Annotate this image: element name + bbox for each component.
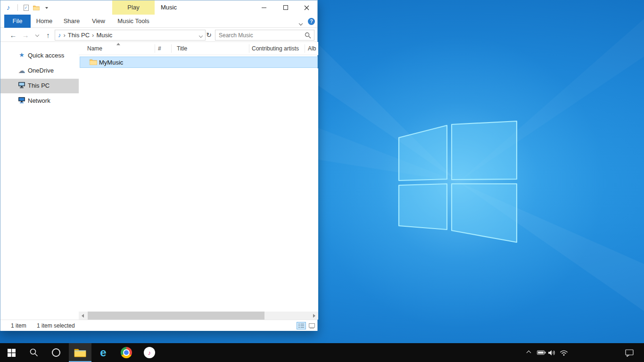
ribbon-expand-button[interactable] (299, 19, 302, 26)
status-bar: 1 item 1 item selected (0, 320, 317, 331)
back-button[interactable]: ← (8, 29, 18, 41)
minimize-button[interactable] (253, 0, 275, 15)
breadcrumb-music[interactable]: Music (96, 32, 112, 39)
tab-file[interactable]: File (4, 15, 31, 28)
help-button[interactable]: ? (308, 18, 315, 25)
chevron-down-icon (35, 33, 39, 37)
column-header-name[interactable]: Name (87, 45, 102, 52)
close-button[interactable] (296, 0, 317, 15)
search-box (215, 30, 314, 41)
forward-button[interactable]: → (20, 29, 31, 41)
sidebar-item-label: OneDrive (28, 67, 54, 74)
title-bar[interactable]: ♪ ✓ Play Music (0, 0, 317, 15)
action-center-button[interactable] (621, 343, 637, 362)
maximize-button[interactable] (275, 0, 297, 15)
navigation-bar: ← → ↑ ♪ › This PC › Music ↻ (0, 28, 317, 42)
refresh-button[interactable]: ↻ (204, 29, 214, 41)
horizontal-scrollbar[interactable] (79, 312, 318, 320)
properties-icon: ✓ (24, 5, 29, 11)
column-divider[interactable] (305, 44, 305, 53)
search-icon (30, 348, 38, 357)
taskbar-search-button[interactable] (23, 343, 45, 362)
folder-icon (33, 5, 40, 10)
taskbar-itunes-button[interactable]: ♪ (138, 343, 161, 362)
column-divider[interactable] (155, 44, 155, 53)
breadcrumb-separator: › (92, 32, 94, 39)
recent-locations-button[interactable] (33, 29, 41, 41)
column-divider[interactable] (171, 44, 172, 53)
column-header-title[interactable]: Title (177, 45, 187, 52)
file-row-mymusic[interactable]: MyMusic (80, 57, 318, 68)
folder-icon (90, 59, 97, 66)
taskbar-ie-button[interactable]: e (92, 343, 115, 362)
scroll-left-button[interactable] (79, 312, 87, 320)
column-divider[interactable] (249, 44, 249, 53)
start-button[interactable] (0, 343, 23, 362)
tray-network-icon[interactable] (558, 343, 570, 362)
breadcrumb-separator: › (64, 32, 66, 39)
scroll-right-button[interactable] (310, 312, 318, 320)
tab-view[interactable]: View (88, 15, 109, 28)
tab-share[interactable]: Share (61, 15, 83, 28)
sort-ascending-icon (116, 43, 120, 45)
sidebar-item-network[interactable]: Network (0, 94, 79, 108)
large-icons-view-icon (309, 323, 315, 329)
triangle-right-icon (313, 314, 315, 318)
sidebar-item-label: Network (28, 97, 50, 104)
tray-volume-icon[interactable] (547, 343, 557, 362)
minimize-icon (262, 8, 266, 8)
star-icon: ★ (17, 51, 26, 58)
cortana-button[interactable] (45, 343, 67, 362)
chevron-down-icon (299, 22, 303, 25)
sidebar-item-label: Quick access (28, 52, 64, 59)
scrollbar-thumb[interactable] (88, 312, 264, 320)
address-bar[interactable]: ♪ › This PC › Music (55, 30, 206, 41)
chevron-down-icon (45, 7, 48, 9)
taskbar: e ♪ (0, 343, 644, 362)
windows-start-icon (8, 349, 16, 357)
explorer-window: ♪ ✓ Play Music File Home Share View Musi… (0, 0, 318, 331)
column-header-number[interactable]: # (158, 45, 161, 52)
qat-divider (17, 4, 18, 11)
tray-show-hidden-button[interactable] (523, 343, 534, 362)
tab-home[interactable]: Home (33, 15, 55, 28)
file-list-background[interactable] (79, 68, 318, 312)
file-name: MyMusic (99, 59, 123, 66)
up-button[interactable]: ↑ (43, 29, 53, 41)
view-large-icons-button[interactable] (307, 322, 316, 329)
view-details-button[interactable] (297, 322, 306, 329)
cloud-icon: ☁ (17, 66, 26, 75)
itunes-icon: ♪ (144, 347, 155, 358)
sidebar-item-this-pc[interactable]: This PC (0, 79, 79, 93)
tray-battery-icon[interactable] (536, 343, 547, 362)
breadcrumb-this-pc[interactable]: This PC (68, 32, 90, 39)
address-dropdown-button[interactable] (199, 32, 202, 39)
qat-new-folder-button[interactable] (33, 4, 40, 11)
qat-customize-button[interactable] (43, 4, 50, 11)
column-header-artists[interactable]: Contributing artists (252, 45, 299, 52)
chevron-down-icon (199, 34, 203, 38)
sidebar-item-label: This PC (28, 82, 50, 89)
taskbar-explorer-button[interactable] (69, 343, 91, 362)
sidebar-item-onedrive[interactable]: ☁ OneDrive (0, 64, 79, 78)
qat-properties-button[interactable]: ✓ (22, 4, 30, 11)
location-music-icon: ♪ (58, 32, 61, 39)
music-note-icon: ♪ (7, 3, 10, 11)
sidebar-item-quick-access[interactable]: ★ Quick access (0, 49, 79, 63)
column-header-album[interactable]: Alb (308, 45, 316, 52)
contextual-tab-header[interactable]: Play (112, 0, 155, 15)
search-input[interactable] (215, 30, 300, 40)
chevron-up-icon (526, 350, 531, 355)
search-icon[interactable] (305, 32, 311, 39)
internet-explorer-icon: e (100, 347, 106, 358)
navigation-pane: ★ Quick access ☁ OneDrive This PC Networ… (0, 42, 79, 312)
taskbar-chrome-button[interactable] (115, 343, 138, 362)
network-icon (17, 97, 26, 105)
details-view-icon (298, 323, 304, 328)
file-explorer-icon (74, 348, 86, 357)
ribbon-tabs: File Home Share View Music Tools ? (0, 15, 317, 28)
tab-music-tools[interactable]: Music Tools (112, 15, 155, 28)
triangle-left-icon (82, 314, 84, 318)
status-selection: 1 item selected (37, 322, 75, 329)
window-title: Music (161, 0, 177, 15)
